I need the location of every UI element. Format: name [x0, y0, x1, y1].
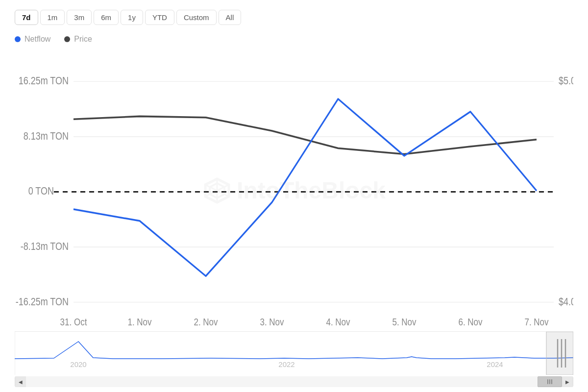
legend-netflow: Netflow [15, 35, 50, 44]
netflow-label: Netflow [24, 35, 50, 44]
svg-text:8.13m TON: 8.13m TON [24, 130, 69, 142]
svg-text:-8.13m TON: -8.13m TON [21, 241, 69, 252]
svg-text:5. Nov: 5. Nov [392, 317, 416, 328]
svg-text:$5.00: $5.00 [559, 75, 573, 87]
price-dot [64, 36, 70, 42]
svg-rect-32 [546, 332, 573, 375]
scrollbar[interactable]: ◀ ▶ [15, 376, 573, 387]
time-btn-3m[interactable]: 3m [67, 10, 92, 25]
chart-legend: Netflow Price [15, 35, 573, 44]
svg-text:$4.00: $4.00 [559, 295, 573, 307]
svg-text:6. Nov: 6. Nov [458, 317, 483, 328]
main-chart-wrapper: IntoTheBlock 16.25m TON 8.13m TON 0 TON … [15, 52, 573, 331]
svg-text:31. Oct: 31. Oct [60, 317, 88, 328]
overview-chart: 2020 2022 2024 [15, 331, 573, 375]
time-btn-custom[interactable]: Custom [176, 10, 217, 25]
legend-price: Price [64, 35, 92, 44]
time-btn-all[interactable]: All [219, 10, 242, 25]
svg-text:4. Nov: 4. Nov [326, 317, 350, 328]
time-range-bar: 7d1m3m6m1yYTDCustomAll [15, 10, 573, 25]
svg-text:2024: 2024 [487, 360, 503, 368]
time-btn-ytd[interactable]: YTD [145, 10, 174, 25]
svg-text:2022: 2022 [278, 360, 294, 368]
svg-text:2. Nov: 2. Nov [194, 317, 218, 328]
main-chart-svg: 16.25m TON 8.13m TON 0 TON -8.13m TON -1… [15, 52, 573, 331]
scroll-right-arrow[interactable]: ▶ [562, 376, 573, 387]
svg-text:2020: 2020 [70, 360, 86, 368]
svg-text:16.25m TON: 16.25m TON [19, 75, 69, 87]
chart-area: IntoTheBlock 16.25m TON 8.13m TON 0 TON … [15, 52, 573, 387]
scroll-thumb-handle [547, 379, 552, 384]
time-btn-1m[interactable]: 1m [40, 10, 65, 25]
scroll-left-arrow[interactable]: ◀ [15, 376, 26, 387]
scroll-thumb[interactable] [538, 376, 562, 387]
time-btn-6m[interactable]: 6m [94, 10, 119, 25]
price-label: Price [74, 35, 92, 44]
main-container: 7d1m3m6m1yYTDCustomAll Netflow Price [0, 0, 588, 392]
svg-text:1. Nov: 1. Nov [127, 317, 152, 328]
svg-text:-16.25m TON: -16.25m TON [16, 295, 69, 307]
time-btn-7d[interactable]: 7d [15, 10, 38, 25]
overview-svg: 2020 2022 2024 [15, 332, 573, 375]
scroll-track[interactable] [26, 376, 562, 387]
time-btn-1y[interactable]: 1y [121, 10, 143, 25]
svg-text:3. Nov: 3. Nov [260, 317, 284, 328]
svg-text:7. Nov: 7. Nov [524, 317, 549, 328]
netflow-dot [15, 36, 21, 42]
svg-text:0 TON: 0 TON [28, 185, 54, 197]
